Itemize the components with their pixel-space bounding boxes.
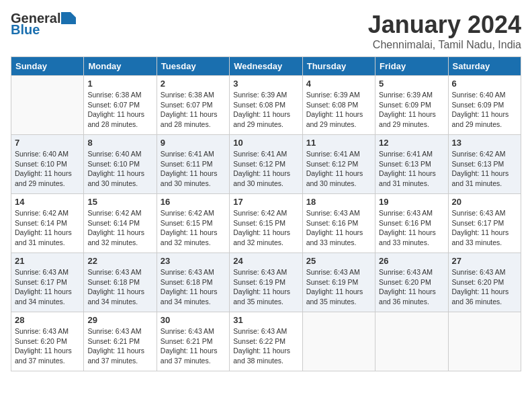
day-number: 24 xyxy=(233,256,298,266)
calendar-week-3: 14Sunrise: 6:42 AM Sunset: 6:14 PM Dayli… xyxy=(11,194,521,253)
day-number: 8 xyxy=(87,138,152,148)
day-number: 18 xyxy=(306,197,371,207)
calendar-cell: 17Sunrise: 6:42 AM Sunset: 6:15 PM Dayli… xyxy=(230,194,302,253)
day-info: Sunrise: 6:42 AM Sunset: 6:15 PM Dayligh… xyxy=(161,208,226,248)
calendar-cell: 18Sunrise: 6:43 AM Sunset: 6:16 PM Dayli… xyxy=(302,194,375,253)
calendar-cell: 10Sunrise: 6:41 AM Sunset: 6:12 PM Dayli… xyxy=(230,135,302,194)
day-info: Sunrise: 6:43 AM Sunset: 6:18 PM Dayligh… xyxy=(87,267,152,307)
day-info: Sunrise: 6:43 AM Sunset: 6:19 PM Dayligh… xyxy=(306,267,371,307)
day-number: 22 xyxy=(87,256,152,266)
calendar-cell: 11Sunrise: 6:41 AM Sunset: 6:12 PM Dayli… xyxy=(302,135,375,194)
day-info: Sunrise: 6:43 AM Sunset: 6:21 PM Dayligh… xyxy=(161,326,226,366)
calendar-table: SundayMondayTuesdayWednesdayThursdayFrid… xyxy=(11,56,521,371)
day-number: 16 xyxy=(161,197,226,207)
day-info: Sunrise: 6:41 AM Sunset: 6:12 PM Dayligh… xyxy=(233,149,298,189)
calendar-cell: 14Sunrise: 6:42 AM Sunset: 6:14 PM Dayli… xyxy=(11,194,84,253)
day-info: Sunrise: 6:38 AM Sunset: 6:07 PM Dayligh… xyxy=(87,90,152,130)
calendar-cell: 24Sunrise: 6:43 AM Sunset: 6:19 PM Dayli… xyxy=(230,253,302,312)
calendar-header-row: SundayMondayTuesdayWednesdayThursdayFrid… xyxy=(11,57,521,76)
title-block: January 2024 Chennimalai, Tamil Nadu, In… xyxy=(368,11,521,51)
day-number: 13 xyxy=(452,138,517,148)
day-number: 6 xyxy=(452,79,517,89)
calendar-cell: 6Sunrise: 6:40 AM Sunset: 6:09 PM Daylig… xyxy=(448,76,521,135)
day-number: 4 xyxy=(306,79,371,89)
day-info: Sunrise: 6:43 AM Sunset: 6:20 PM Dayligh… xyxy=(379,267,444,307)
calendar-cell: 3Sunrise: 6:39 AM Sunset: 6:08 PM Daylig… xyxy=(230,76,302,135)
day-header-wednesday: Wednesday xyxy=(230,57,302,76)
calendar-cell: 27Sunrise: 6:43 AM Sunset: 6:20 PM Dayli… xyxy=(448,253,521,312)
calendar-cell: 5Sunrise: 6:39 AM Sunset: 6:09 PM Daylig… xyxy=(375,76,448,135)
day-info: Sunrise: 6:40 AM Sunset: 6:10 PM Dayligh… xyxy=(15,149,80,189)
day-info: Sunrise: 6:43 AM Sunset: 6:17 PM Dayligh… xyxy=(452,208,517,248)
calendar-cell xyxy=(375,312,448,371)
day-number: 12 xyxy=(379,138,444,148)
day-number: 27 xyxy=(452,256,517,266)
calendar-week-1: 1Sunrise: 6:38 AM Sunset: 6:07 PM Daylig… xyxy=(11,76,521,135)
day-header-thursday: Thursday xyxy=(302,57,375,76)
logo-blue: Blue xyxy=(11,22,40,38)
day-info: Sunrise: 6:41 AM Sunset: 6:11 PM Dayligh… xyxy=(161,149,226,189)
day-info: Sunrise: 6:39 AM Sunset: 6:08 PM Dayligh… xyxy=(306,90,371,130)
day-number: 26 xyxy=(379,256,444,266)
day-number: 10 xyxy=(233,138,298,148)
day-info: Sunrise: 6:43 AM Sunset: 6:16 PM Dayligh… xyxy=(379,208,444,248)
day-info: Sunrise: 6:42 AM Sunset: 6:14 PM Dayligh… xyxy=(15,208,80,248)
day-info: Sunrise: 6:43 AM Sunset: 6:20 PM Dayligh… xyxy=(452,267,517,307)
day-header-tuesday: Tuesday xyxy=(157,57,229,76)
page-subtitle: Chennimalai, Tamil Nadu, India xyxy=(368,39,521,51)
calendar-week-5: 28Sunrise: 6:43 AM Sunset: 6:20 PM Dayli… xyxy=(11,312,521,371)
calendar-cell: 1Sunrise: 6:38 AM Sunset: 6:07 PM Daylig… xyxy=(84,76,157,135)
calendar-cell: 26Sunrise: 6:43 AM Sunset: 6:20 PM Dayli… xyxy=(375,253,448,312)
day-number: 9 xyxy=(161,138,226,148)
day-number: 5 xyxy=(379,79,444,89)
day-info: Sunrise: 6:42 AM Sunset: 6:15 PM Dayligh… xyxy=(233,208,298,248)
day-number: 25 xyxy=(306,256,371,266)
day-number: 19 xyxy=(379,197,444,207)
calendar-cell xyxy=(11,76,84,135)
day-info: Sunrise: 6:39 AM Sunset: 6:08 PM Dayligh… xyxy=(233,90,298,130)
day-number: 29 xyxy=(87,315,152,325)
day-number: 2 xyxy=(161,79,226,89)
calendar-cell: 28Sunrise: 6:43 AM Sunset: 6:20 PM Dayli… xyxy=(11,312,84,371)
calendar-cell: 19Sunrise: 6:43 AM Sunset: 6:16 PM Dayli… xyxy=(375,194,448,253)
day-number: 7 xyxy=(15,138,80,148)
logo-icon xyxy=(61,12,76,24)
day-info: Sunrise: 6:43 AM Sunset: 6:17 PM Dayligh… xyxy=(15,267,80,307)
day-info: Sunrise: 6:43 AM Sunset: 6:18 PM Dayligh… xyxy=(161,267,226,307)
day-info: Sunrise: 6:42 AM Sunset: 6:13 PM Dayligh… xyxy=(452,149,517,189)
calendar-cell: 2Sunrise: 6:38 AM Sunset: 6:07 PM Daylig… xyxy=(157,76,229,135)
calendar-cell: 22Sunrise: 6:43 AM Sunset: 6:18 PM Dayli… xyxy=(84,253,157,312)
day-info: Sunrise: 6:39 AM Sunset: 6:09 PM Dayligh… xyxy=(379,90,444,130)
calendar-cell: 9Sunrise: 6:41 AM Sunset: 6:11 PM Daylig… xyxy=(157,135,229,194)
calendar-cell: 15Sunrise: 6:42 AM Sunset: 6:14 PM Dayli… xyxy=(84,194,157,253)
calendar-cell: 8Sunrise: 6:40 AM Sunset: 6:10 PM Daylig… xyxy=(84,135,157,194)
day-info: Sunrise: 6:41 AM Sunset: 6:13 PM Dayligh… xyxy=(379,149,444,189)
day-number: 3 xyxy=(233,79,298,89)
day-info: Sunrise: 6:43 AM Sunset: 6:22 PM Dayligh… xyxy=(233,326,298,366)
calendar-cell: 25Sunrise: 6:43 AM Sunset: 6:19 PM Dayli… xyxy=(302,253,375,312)
calendar-week-2: 7Sunrise: 6:40 AM Sunset: 6:10 PM Daylig… xyxy=(11,135,521,194)
day-number: 11 xyxy=(306,138,371,148)
day-info: Sunrise: 6:43 AM Sunset: 6:21 PM Dayligh… xyxy=(87,326,152,366)
calendar-cell xyxy=(302,312,375,371)
day-info: Sunrise: 6:40 AM Sunset: 6:10 PM Dayligh… xyxy=(87,149,152,189)
day-header-saturday: Saturday xyxy=(448,57,521,76)
calendar-cell: 31Sunrise: 6:43 AM Sunset: 6:22 PM Dayli… xyxy=(230,312,302,371)
day-info: Sunrise: 6:41 AM Sunset: 6:12 PM Dayligh… xyxy=(306,149,371,189)
svg-marker-0 xyxy=(61,12,76,24)
day-number: 14 xyxy=(15,197,80,207)
calendar-cell: 23Sunrise: 6:43 AM Sunset: 6:18 PM Dayli… xyxy=(157,253,229,312)
page-title: January 2024 xyxy=(368,11,521,39)
day-info: Sunrise: 6:43 AM Sunset: 6:16 PM Dayligh… xyxy=(306,208,371,248)
logo: General Blue xyxy=(11,11,76,38)
day-header-friday: Friday xyxy=(375,57,448,76)
day-header-sunday: Sunday xyxy=(11,57,84,76)
day-info: Sunrise: 6:42 AM Sunset: 6:14 PM Dayligh… xyxy=(87,208,152,248)
day-header-monday: Monday xyxy=(84,57,157,76)
calendar-cell: 20Sunrise: 6:43 AM Sunset: 6:17 PM Dayli… xyxy=(448,194,521,253)
day-info: Sunrise: 6:38 AM Sunset: 6:07 PM Dayligh… xyxy=(161,90,226,130)
day-number: 17 xyxy=(233,197,298,207)
page-header: General Blue January 2024 Chennimalai, T… xyxy=(11,11,521,51)
day-number: 23 xyxy=(161,256,226,266)
day-number: 28 xyxy=(15,315,80,325)
